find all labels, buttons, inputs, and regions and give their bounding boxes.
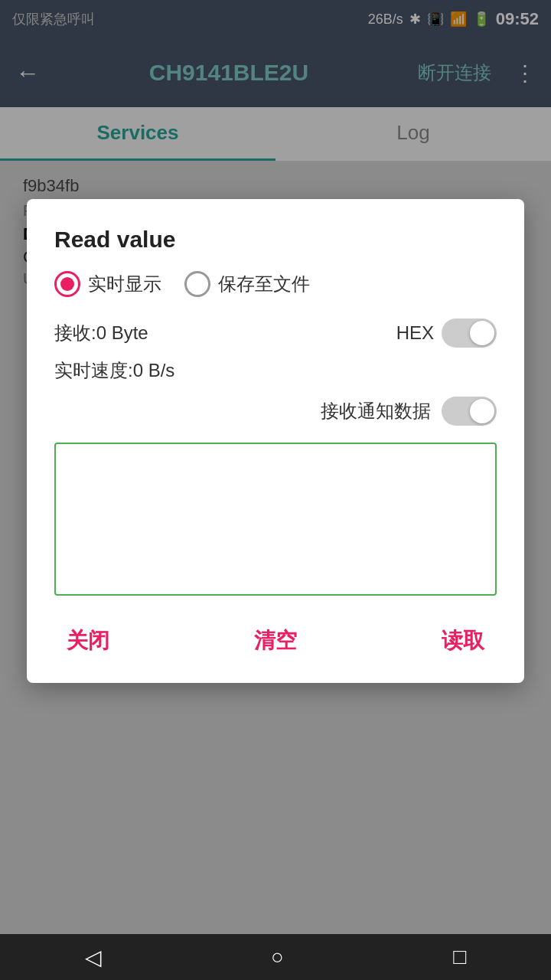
bottom-nav: ◁ ○ □ <box>0 934 551 980</box>
radio-savefile-circle <box>184 271 210 297</box>
speed-label: 实时速度:0 B/s <box>54 360 174 381</box>
radio-group: 实时显示 保存至文件 <box>54 271 497 297</box>
hex-toggle[interactable] <box>442 318 497 348</box>
dialog-title: Read value <box>54 227 497 253</box>
notif-row: 接收通知数据 <box>54 397 497 426</box>
radio-savefile-label: 保存至文件 <box>218 272 310 296</box>
hex-toggle-knob <box>470 321 494 345</box>
receive-hex-row: 接收:0 Byte HEX <box>54 318 497 348</box>
nav-back-button[interactable]: ◁ <box>67 939 120 976</box>
radio-realtime-circle <box>54 271 80 297</box>
radio-realtime-label: 实时显示 <box>88 272 161 296</box>
radio-realtime[interactable]: 实时显示 <box>54 271 161 297</box>
receive-label: 接收:0 Byte <box>54 321 148 345</box>
notif-toggle-knob <box>470 399 494 423</box>
close-button[interactable]: 关闭 <box>54 620 122 662</box>
radio-realtime-inner <box>60 277 74 291</box>
read-value-dialog: Read value 实时显示 保存至文件 接收:0 Byte HEX <box>27 199 524 683</box>
read-value-textarea[interactable] <box>54 443 497 596</box>
nav-home-button[interactable]: ○ <box>253 939 302 975</box>
read-button[interactable]: 读取 <box>429 620 497 662</box>
radio-save-file[interactable]: 保存至文件 <box>184 271 310 297</box>
hex-toggle-container: HEX <box>396 318 497 348</box>
notif-label: 接收通知数据 <box>321 399 431 423</box>
dialog-buttons: 关闭 清空 读取 <box>54 620 497 662</box>
modal-overlay: Read value 实时显示 保存至文件 接收:0 Byte HEX <box>0 0 551 934</box>
nav-recent-button[interactable]: □ <box>435 939 484 975</box>
clear-button[interactable]: 清空 <box>242 620 309 662</box>
speed-row: 实时速度:0 B/s <box>54 358 497 383</box>
notif-toggle[interactable] <box>442 397 497 426</box>
hex-label: HEX <box>396 322 434 344</box>
